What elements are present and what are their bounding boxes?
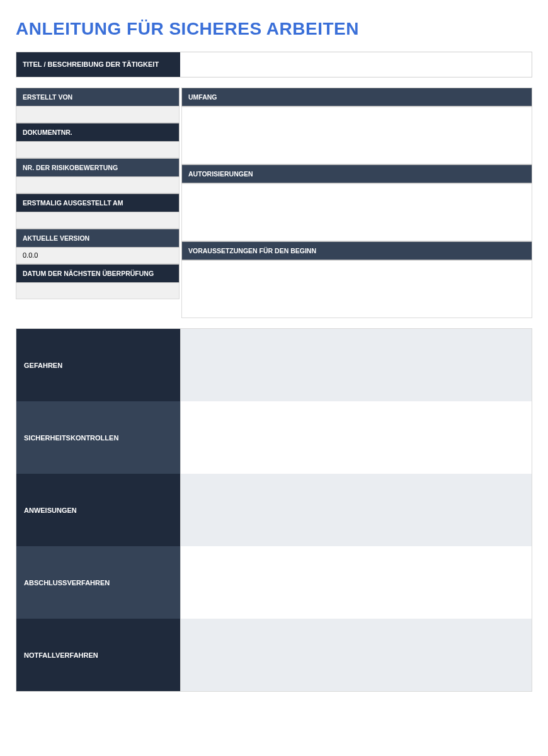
safety-controls-value[interactable] — [180, 401, 532, 474]
risk-assessment-no-value[interactable] — [16, 177, 180, 193]
hazards-value[interactable] — [180, 329, 532, 401]
page-title: ANLEITUNG FÜR SICHERES ARBEITEN — [16, 19, 532, 39]
title-description-label: TITEL / BESCHREIBUNG DER TÄTIGKEIT — [16, 52, 180, 77]
safety-controls-label: SICHERHEITSKONTROLLEN — [16, 401, 180, 474]
title-description-row: TITEL / BESCHREIBUNG DER TÄTIGKEIT — [16, 52, 532, 77]
first-issued-label: ERSTMALIG AUSGESTELLT AM — [16, 193, 180, 212]
instructions-label: ANWEISUNGEN — [16, 474, 180, 546]
metadata-left-column: ERSTELLT VON DOKUMENTNR. NR. DER RISIKOB… — [16, 88, 180, 318]
first-issued-value[interactable] — [16, 212, 180, 229]
instructions-value[interactable] — [180, 474, 532, 546]
prerequisites-value[interactable] — [181, 260, 532, 318]
created-by-value[interactable] — [16, 106, 180, 123]
hazards-row: GEFAHREN — [16, 329, 532, 401]
hazards-label: GEFAHREN — [16, 329, 180, 401]
safety-controls-row: SICHERHEITSKONTROLLEN — [16, 401, 532, 474]
scope-label: UMFANG — [181, 88, 532, 106]
emergency-procedure-value[interactable] — [180, 619, 532, 691]
instructions-row: ANWEISUNGEN — [16, 474, 532, 546]
closing-procedure-label: ABSCHLUSSVERFAHREN — [16, 546, 180, 619]
metadata-grid: ERSTELLT VON DOKUMENTNR. NR. DER RISIKOB… — [16, 88, 532, 318]
title-description-value[interactable] — [180, 52, 532, 77]
risk-assessment-no-label: NR. DER RISIKOBEWERTUNG — [16, 158, 180, 177]
current-version-label: AKTUELLE VERSION — [16, 229, 180, 248]
authorizations-label: AUTORISIERUNGEN — [181, 164, 532, 183]
closing-procedure-value[interactable] — [180, 546, 532, 619]
created-by-label: ERSTELLT VON — [16, 88, 180, 106]
next-review-date-value[interactable] — [16, 283, 180, 299]
document-no-value[interactable] — [16, 142, 180, 158]
closing-procedure-row: ABSCHLUSSVERFAHREN — [16, 546, 532, 619]
next-review-date-label: DATUM DER NÄCHSTEN ÜBERPRÜFUNG — [16, 264, 180, 283]
authorizations-value[interactable] — [181, 183, 532, 241]
metadata-right-column: UMFANG AUTORISIERUNGEN VORAUSSETZUNGEN F… — [181, 88, 532, 318]
emergency-procedure-label: NOTFALLVERFAHREN — [16, 619, 180, 691]
prerequisites-label: VORAUSSETZUNGEN FÜR DEN BEGINN — [181, 241, 532, 260]
current-version-value[interactable]: 0.0.0 — [16, 248, 180, 264]
scope-value[interactable] — [181, 106, 532, 164]
procedure-sections: GEFAHREN SICHERHEITSKONTROLLEN ANWEISUNG… — [16, 328, 532, 692]
document-no-label: DOKUMENTNR. — [16, 123, 180, 142]
emergency-procedure-row: NOTFALLVERFAHREN — [16, 619, 532, 691]
